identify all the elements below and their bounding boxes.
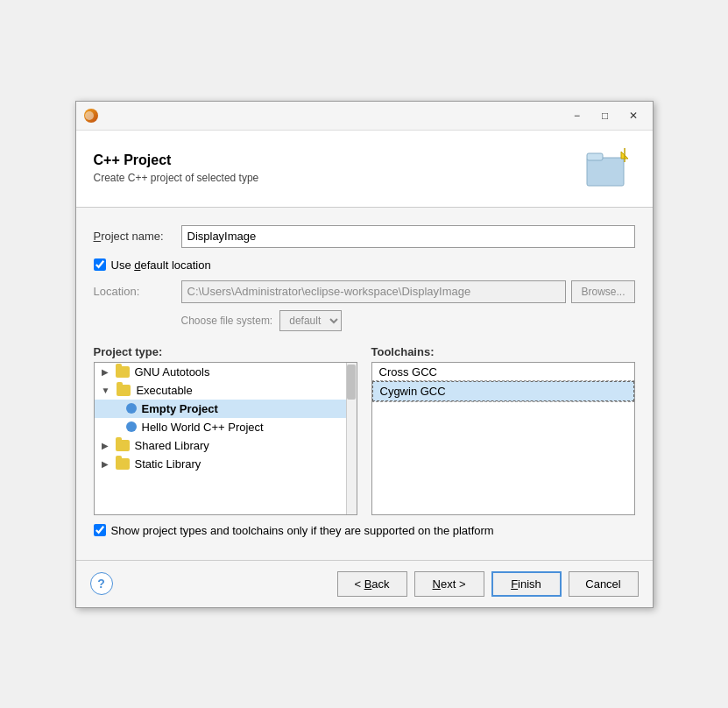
maximize-button[interactable]: □: [593, 107, 618, 124]
dialog-title: C++ Project: [94, 152, 259, 168]
project-type-label: Project type:: [94, 345, 357, 358]
svg-rect-2: [587, 158, 624, 186]
title-bar: − □ ✕: [76, 102, 653, 131]
scrollbar-track[interactable]: [346, 363, 357, 514]
folder-icon: [116, 458, 130, 470]
chevron-right-icon: ▶: [102, 441, 109, 450]
filesystem-row: Choose file system: default: [94, 310, 635, 331]
toolchain-item[interactable]: Cygwin GCC: [372, 381, 634, 401]
scrollbar-thumb[interactable]: [347, 365, 356, 400]
show-types-row: Show project types and toolchains only i…: [94, 524, 635, 537]
filesystem-select[interactable]: default: [279, 310, 342, 331]
show-types-label[interactable]: Show project types and toolchains only i…: [111, 524, 494, 537]
list-item[interactable]: Hello World C++ Project: [95, 418, 346, 436]
footer-right: < Back Next > Finish Cancel: [337, 571, 639, 597]
filesystem-label: Choose file system:: [181, 315, 273, 327]
project-type-container: Project type: ▶ GNU Autotools ▼ Executab…: [94, 345, 357, 515]
location-input[interactable]: [181, 280, 567, 303]
list-item[interactable]: ▶ Static Library: [95, 455, 346, 473]
list-item[interactable]: Empty Project: [95, 400, 346, 418]
list-item[interactable]: ▼ Executable: [95, 381, 346, 400]
help-button[interactable]: ?: [90, 572, 113, 595]
project-type-item-label: Executable: [136, 384, 192, 397]
folder-icon: [117, 385, 131, 396]
chevron-right-icon: ▶: [102, 459, 109, 469]
eclipse-icon: [83, 108, 99, 124]
wizard-icon: [583, 145, 635, 193]
toolchains-list: Cross GCC Cygwin GCC: [371, 362, 635, 515]
finish-button[interactable]: Finish: [491, 571, 562, 597]
project-type-item-label: Static Library: [135, 457, 201, 471]
project-name-label: Project name:: [94, 230, 181, 243]
toolchains-container: Toolchains: Cross GCC Cygwin GCC: [371, 345, 635, 515]
project-name-row: Project name:: [94, 225, 635, 248]
chevron-right-icon: ▶: [102, 367, 109, 377]
footer-left: ?: [90, 572, 113, 595]
project-type-item-label: GNU Autotools: [135, 365, 210, 379]
use-default-row: Use default location: [94, 258, 635, 272]
browse-button[interactable]: Browse...: [571, 280, 634, 303]
cancel-button[interactable]: Cancel: [569, 571, 639, 597]
cpp-project-dialog: − □ ✕ C++ Project Create C++ project of …: [75, 101, 654, 608]
toolchains-label: Toolchains:: [371, 345, 635, 358]
show-types-checkbox[interactable]: [94, 524, 106, 536]
footer: ? < Back Next > Finish Cancel: [76, 560, 653, 607]
next-button[interactable]: Next >: [414, 571, 484, 597]
lists-section: Project type: ▶ GNU Autotools ▼ Executab…: [94, 345, 635, 515]
project-type-list: ▶ GNU Autotools ▼ Executable Empty Proje…: [94, 362, 357, 515]
back-button[interactable]: < Back: [337, 571, 407, 597]
location-row: Location: Browse...: [94, 280, 635, 303]
svg-point-1: [85, 111, 94, 120]
project-type-item-label: Shared Library: [135, 439, 209, 452]
location-label: Location:: [94, 285, 181, 298]
dialog-subtitle: Create C++ project of selected type: [94, 172, 259, 184]
project-name-input[interactable]: [181, 225, 635, 248]
use-default-checkbox[interactable]: [94, 258, 106, 271]
project-type-item-label: Hello World C++ Project: [142, 421, 264, 434]
project-icon: [126, 403, 137, 414]
header-section: C++ Project Create C++ project of select…: [76, 131, 653, 208]
project-type-item-label: Empty Project: [142, 402, 218, 415]
use-default-label[interactable]: Use default location: [111, 258, 211, 272]
list-item[interactable]: ▶ Shared Library: [95, 436, 346, 455]
svg-rect-3: [587, 153, 603, 160]
content-area: Project name: Use default location Locat…: [76, 208, 653, 560]
folder-icon: [116, 440, 130, 451]
minimize-button[interactable]: −: [565, 107, 590, 124]
toolchain-item[interactable]: Cross GCC: [372, 363, 634, 381]
header-text: C++ Project Create C++ project of select…: [94, 152, 259, 184]
project-icon: [126, 421, 137, 432]
close-button[interactable]: ✕: [621, 107, 646, 124]
chevron-down-icon: ▼: [102, 386, 110, 395]
title-bar-left: [83, 108, 99, 124]
folder-icon: [116, 366, 130, 378]
title-bar-controls: − □ ✕: [565, 107, 646, 124]
list-item[interactable]: ▶ GNU Autotools: [95, 363, 346, 381]
